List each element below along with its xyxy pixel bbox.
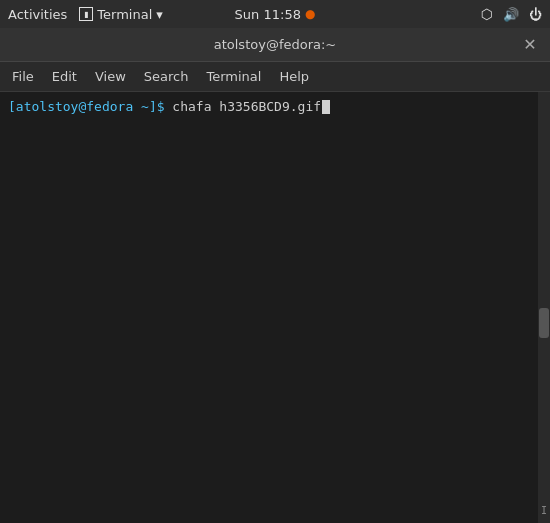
- scrollbar-thumb[interactable]: [539, 308, 549, 338]
- recording-dot: ●: [305, 7, 315, 21]
- datetime-display: Sun 11:58: [235, 7, 301, 22]
- title-bar: atolstoy@fedora:~ ✕: [0, 28, 550, 62]
- terminal-taskbar-dropdown[interactable]: ▾: [156, 7, 163, 22]
- terminal-command: chafa h3356BCD9.gif: [165, 98, 322, 116]
- menu-view[interactable]: View: [87, 67, 134, 86]
- menu-terminal[interactable]: Terminal: [198, 67, 269, 86]
- terminal-line: [atolstoy@fedora ~]$ chafa h3356BCD9.gif: [8, 98, 542, 116]
- terminal-taskbar-item[interactable]: ▮ Terminal ▾: [79, 7, 162, 22]
- terminal-cursor: [322, 100, 330, 114]
- system-bar-clock: Sun 11:58 ●: [235, 7, 316, 22]
- menu-search[interactable]: Search: [136, 67, 197, 86]
- scroll-bottom-indicator: 𝙸: [539, 503, 549, 517]
- window-title: atolstoy@fedora:~: [214, 37, 337, 52]
- terminal-window: atolstoy@fedora:~ ✕ File Edit View Searc…: [0, 28, 550, 523]
- menu-bar: File Edit View Search Terminal Help: [0, 62, 550, 92]
- menu-edit[interactable]: Edit: [44, 67, 85, 86]
- power-icon[interactable]: ⏻: [529, 7, 542, 22]
- scrollbar-track[interactable]: 𝙸: [538, 92, 550, 523]
- menu-file[interactable]: File: [4, 67, 42, 86]
- close-button[interactable]: ✕: [520, 35, 540, 55]
- terminal-prompt: [atolstoy@fedora ~]$: [8, 98, 165, 116]
- system-bar-right: ⬡ 🔊 ⏻: [481, 6, 542, 22]
- menu-help[interactable]: Help: [271, 67, 317, 86]
- terminal-content[interactable]: [atolstoy@fedora ~]$ chafa h3356BCD9.gif…: [0, 92, 550, 523]
- activities-button[interactable]: Activities: [8, 7, 67, 22]
- volume-icon[interactable]: 🔊: [503, 7, 519, 22]
- terminal-taskbar-label: Terminal: [97, 7, 152, 22]
- system-bar: Activities ▮ Terminal ▾ Sun 11:58 ● ⬡ 🔊 …: [0, 0, 550, 28]
- system-bar-left: Activities ▮ Terminal ▾: [8, 7, 163, 22]
- terminal-taskbar-icon: ▮: [79, 7, 93, 21]
- network-icon[interactable]: ⬡: [481, 6, 493, 22]
